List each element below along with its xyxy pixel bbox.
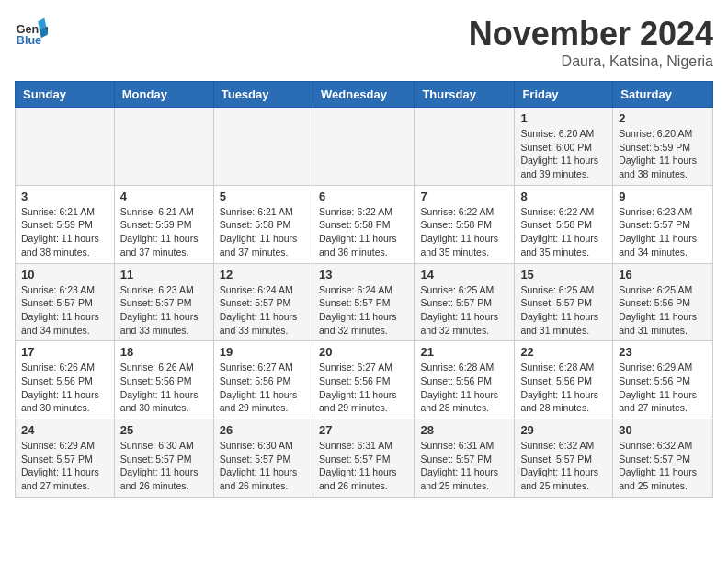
day-info: Sunrise: 6:26 AM Sunset: 5:56 PM Dayligh… (21, 361, 108, 415)
day-number: 25 (120, 423, 208, 437)
day-number: 2 (619, 111, 707, 125)
calendar-cell (213, 108, 313, 186)
day-info: Sunrise: 6:27 AM Sunset: 5:56 PM Dayligh… (220, 361, 307, 415)
day-number: 3 (21, 190, 108, 203)
calendar-cell: 22Sunrise: 6:28 AM Sunset: 5:56 PM Dayli… (515, 341, 613, 419)
day-number: 17 (21, 345, 108, 359)
day-number: 5 (220, 190, 307, 203)
day-info: Sunrise: 6:25 AM Sunset: 5:57 PM Dayligh… (420, 283, 508, 338)
day-info: Sunrise: 6:22 AM Sunset: 5:58 PM Dayligh… (520, 205, 607, 259)
day-info: Sunrise: 6:23 AM Sunset: 5:57 PM Dayligh… (619, 205, 707, 259)
day-info: Sunrise: 6:22 AM Sunset: 5:58 PM Dayligh… (319, 205, 408, 259)
calendar-cell: 15Sunrise: 6:25 AM Sunset: 5:57 PM Dayli… (515, 263, 613, 341)
day-info: Sunrise: 6:31 AM Sunset: 5:57 PM Dayligh… (319, 439, 408, 493)
day-number: 13 (319, 268, 408, 282)
day-number: 27 (319, 423, 408, 437)
location: Daura, Katsina, Nigeria (469, 53, 713, 70)
calendar-cell: 19Sunrise: 6:27 AM Sunset: 5:56 PM Dayli… (213, 341, 313, 419)
day-info: Sunrise: 6:21 AM Sunset: 5:59 PM Dayligh… (120, 205, 208, 259)
day-info: Sunrise: 6:20 AM Sunset: 6:00 PM Dayligh… (520, 127, 607, 181)
day-info: Sunrise: 6:23 AM Sunset: 5:57 PM Dayligh… (120, 283, 208, 338)
day-info: Sunrise: 6:24 AM Sunset: 5:57 PM Dayligh… (220, 283, 307, 338)
day-info: Sunrise: 6:26 AM Sunset: 5:56 PM Dayligh… (120, 361, 208, 415)
calendar-cell: 11Sunrise: 6:23 AM Sunset: 5:57 PM Dayli… (114, 263, 213, 341)
day-info: Sunrise: 6:30 AM Sunset: 5:57 PM Dayligh… (220, 439, 307, 493)
calendar-cell: 20Sunrise: 6:27 AM Sunset: 5:56 PM Dayli… (313, 341, 414, 419)
day-number: 16 (619, 268, 707, 282)
day-info: Sunrise: 6:20 AM Sunset: 5:59 PM Dayligh… (619, 127, 707, 181)
calendar-cell: 12Sunrise: 6:24 AM Sunset: 5:57 PM Dayli… (213, 263, 313, 341)
calendar-cell (16, 108, 115, 186)
calendar-week-row: 1Sunrise: 6:20 AM Sunset: 6:00 PM Daylig… (16, 108, 713, 186)
day-info: Sunrise: 6:22 AM Sunset: 5:58 PM Dayligh… (420, 205, 508, 259)
calendar-cell (415, 108, 515, 186)
day-number: 20 (319, 345, 408, 359)
weekday-header-row: SundayMondayTuesdayWednesdayThursdayFrid… (16, 82, 713, 108)
day-info: Sunrise: 6:21 AM Sunset: 5:58 PM Dayligh… (220, 205, 307, 259)
day-info: Sunrise: 6:28 AM Sunset: 5:56 PM Dayligh… (520, 361, 607, 415)
day-info: Sunrise: 6:21 AM Sunset: 5:59 PM Dayligh… (21, 205, 108, 259)
calendar-cell: 3Sunrise: 6:21 AM Sunset: 5:59 PM Daylig… (16, 185, 115, 263)
calendar-cell (114, 108, 213, 186)
calendar-week-row: 24Sunrise: 6:29 AM Sunset: 5:57 PM Dayli… (16, 419, 713, 498)
day-number: 29 (520, 423, 607, 437)
weekday-header: Monday (114, 82, 213, 108)
day-number: 7 (420, 190, 508, 203)
day-number: 24 (21, 423, 108, 437)
calendar-cell: 9Sunrise: 6:23 AM Sunset: 5:57 PM Daylig… (613, 185, 713, 263)
day-number: 26 (220, 423, 307, 437)
calendar-cell: 30Sunrise: 6:32 AM Sunset: 5:57 PM Dayli… (613, 419, 713, 498)
calendar-cell (313, 108, 414, 186)
calendar-cell: 21Sunrise: 6:28 AM Sunset: 5:56 PM Dayli… (415, 341, 515, 419)
day-number: 4 (120, 190, 208, 203)
logo: General Blue (15, 15, 48, 48)
calendar-cell: 5Sunrise: 6:21 AM Sunset: 5:58 PM Daylig… (213, 185, 313, 263)
day-number: 19 (220, 345, 307, 359)
logo-icon: General Blue (15, 15, 48, 48)
calendar-week-row: 3Sunrise: 6:21 AM Sunset: 5:59 PM Daylig… (16, 185, 713, 263)
calendar-cell: 16Sunrise: 6:25 AM Sunset: 5:56 PM Dayli… (613, 263, 713, 341)
calendar-cell: 2Sunrise: 6:20 AM Sunset: 5:59 PM Daylig… (613, 108, 713, 186)
day-number: 14 (420, 268, 508, 282)
day-info: Sunrise: 6:23 AM Sunset: 5:57 PM Dayligh… (21, 283, 108, 338)
day-info: Sunrise: 6:25 AM Sunset: 5:57 PM Dayligh… (520, 283, 607, 338)
calendar-cell: 4Sunrise: 6:21 AM Sunset: 5:59 PM Daylig… (114, 185, 213, 263)
calendar-cell: 25Sunrise: 6:30 AM Sunset: 5:57 PM Dayli… (114, 419, 213, 498)
page-header: General Blue November 2024 Daura, Katsin… (15, 15, 713, 70)
weekday-header: Wednesday (313, 82, 414, 108)
calendar-cell: 18Sunrise: 6:26 AM Sunset: 5:56 PM Dayli… (114, 341, 213, 419)
calendar-cell: 13Sunrise: 6:24 AM Sunset: 5:57 PM Dayli… (313, 263, 414, 341)
calendar-cell: 14Sunrise: 6:25 AM Sunset: 5:57 PM Dayli… (415, 263, 515, 341)
day-info: Sunrise: 6:32 AM Sunset: 5:57 PM Dayligh… (619, 439, 707, 493)
title-area: November 2024 Daura, Katsina, Nigeria (469, 15, 713, 70)
calendar-week-row: 17Sunrise: 6:26 AM Sunset: 5:56 PM Dayli… (16, 341, 713, 419)
calendar-cell: 28Sunrise: 6:31 AM Sunset: 5:57 PM Dayli… (415, 419, 515, 498)
day-number: 12 (220, 268, 307, 282)
weekday-header: Sunday (16, 82, 115, 108)
day-number: 6 (319, 190, 408, 203)
calendar-cell: 10Sunrise: 6:23 AM Sunset: 5:57 PM Dayli… (16, 263, 115, 341)
day-info: Sunrise: 6:24 AM Sunset: 5:57 PM Dayligh… (319, 283, 408, 338)
calendar-cell: 27Sunrise: 6:31 AM Sunset: 5:57 PM Dayli… (313, 419, 414, 498)
calendar-cell: 7Sunrise: 6:22 AM Sunset: 5:58 PM Daylig… (415, 185, 515, 263)
weekday-header: Tuesday (213, 82, 313, 108)
day-number: 28 (420, 423, 508, 437)
day-number: 21 (420, 345, 508, 359)
calendar-cell: 8Sunrise: 6:22 AM Sunset: 5:58 PM Daylig… (515, 185, 613, 263)
calendar-cell: 26Sunrise: 6:30 AM Sunset: 5:57 PM Dayli… (213, 419, 313, 498)
day-info: Sunrise: 6:31 AM Sunset: 5:57 PM Dayligh… (420, 439, 508, 493)
day-number: 22 (520, 345, 607, 359)
day-info: Sunrise: 6:28 AM Sunset: 5:56 PM Dayligh… (420, 361, 508, 415)
day-number: 1 (520, 111, 607, 125)
calendar-cell: 23Sunrise: 6:29 AM Sunset: 5:56 PM Dayli… (613, 341, 713, 419)
svg-text:Blue: Blue (17, 34, 41, 47)
day-info: Sunrise: 6:29 AM Sunset: 5:56 PM Dayligh… (619, 361, 707, 415)
day-info: Sunrise: 6:25 AM Sunset: 5:56 PM Dayligh… (619, 283, 707, 338)
calendar-cell: 24Sunrise: 6:29 AM Sunset: 5:57 PM Dayli… (16, 419, 115, 498)
day-info: Sunrise: 6:30 AM Sunset: 5:57 PM Dayligh… (120, 439, 208, 493)
weekday-header: Thursday (415, 82, 515, 108)
day-number: 30 (619, 423, 707, 437)
calendar-cell: 1Sunrise: 6:20 AM Sunset: 6:00 PM Daylig… (515, 108, 613, 186)
calendar-week-row: 10Sunrise: 6:23 AM Sunset: 5:57 PM Dayli… (16, 263, 713, 341)
day-number: 15 (520, 268, 607, 282)
